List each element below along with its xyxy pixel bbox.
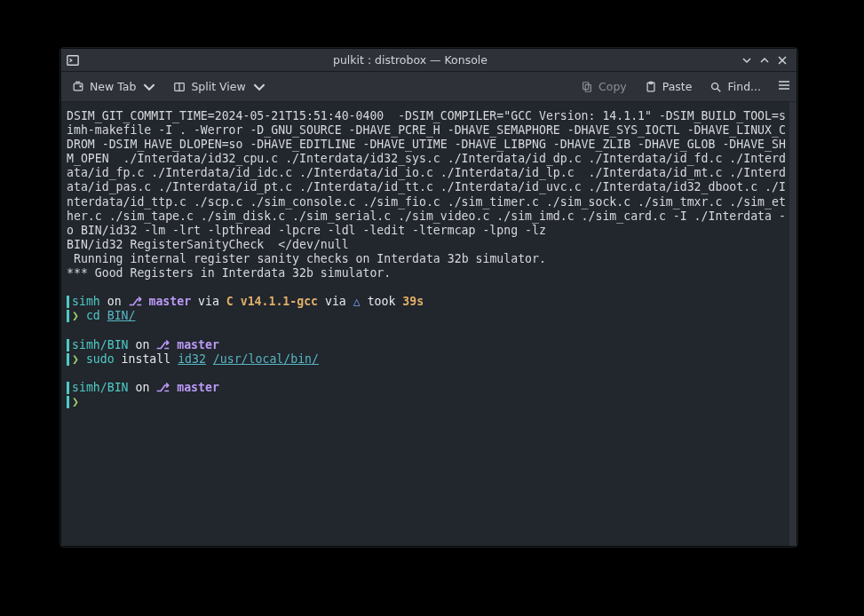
- split-view-button[interactable]: Split View: [168, 76, 270, 97]
- sanity-running: Running internal register sanity checks …: [67, 252, 791, 266]
- chevron-down-icon: [143, 81, 155, 93]
- svg-rect-0: [67, 55, 78, 65]
- window-title: pulkit : distrobox — Konsole: [83, 53, 738, 67]
- prompt-dir: simh/BIN: [72, 381, 129, 394]
- path-arg: id32: [178, 352, 206, 366]
- copy-button[interactable]: Copy: [575, 76, 632, 97]
- compiler-version: C v14.1.1-gcc: [226, 295, 318, 308]
- new-tab-button[interactable]: New Tab: [67, 76, 161, 97]
- git-branch-icon: ⎇: [156, 381, 170, 394]
- paste-label: Paste: [662, 80, 693, 93]
- prompt-dir: simh: [72, 295, 100, 308]
- titlebar: pulkit : distrobox — Konsole: [61, 49, 797, 72]
- triangle-icon: △: [353, 295, 368, 308]
- path-arg: /usr/local/bin/: [213, 352, 319, 366]
- hamburger-menu-button[interactable]: [777, 78, 791, 95]
- git-branch: master: [142, 295, 192, 308]
- sanity-check-cmd: BIN/id32 RegisterSanityCheck </dev/null: [67, 238, 791, 252]
- cmd-line-2: ❯ sudo install id32 /usr/local/bin/: [67, 352, 791, 367]
- svg-rect-1: [74, 83, 83, 91]
- minimize-button[interactable]: [738, 51, 756, 69]
- path-arg: BIN/: [107, 309, 136, 322]
- git-branch: master: [170, 338, 219, 351]
- prompt-symbol: ❯: [72, 309, 86, 322]
- prompt-symbol: ❯: [72, 352, 86, 366]
- paste-button[interactable]: Paste: [639, 76, 698, 97]
- git-branch-icon: ⎇: [129, 295, 142, 308]
- close-button[interactable]: [773, 51, 791, 69]
- toolbar: New Tab Split View Copy Paste: [61, 72, 797, 102]
- app-prompt-icon: [67, 54, 79, 67]
- duration: 39s: [402, 295, 424, 308]
- chevron-down-icon: [253, 81, 266, 93]
- svg-point-7: [712, 83, 718, 89]
- cmd-line-3[interactable]: ❯: [67, 395, 791, 409]
- scrollbar[interactable]: [789, 102, 797, 546]
- prompt-line-2: simh/BIN on ⎇ master: [67, 338, 791, 352]
- copy-label: Copy: [598, 80, 627, 93]
- find-button[interactable]: Find...: [704, 76, 766, 97]
- terminal-area[interactable]: DSIM_GIT_COMMIT_TIME=2024-05-21T15:51:40…: [61, 102, 797, 546]
- compiler-output: DSIM_GIT_COMMIT_TIME=2024-05-21T15:51:40…: [67, 109, 791, 238]
- cmd-line-1: ❯ cd BIN/: [67, 309, 791, 323]
- split-view-label: Split View: [191, 80, 245, 93]
- git-branch-icon: ⎇: [156, 338, 170, 351]
- maximize-button[interactable]: [756, 51, 773, 69]
- prompt-symbol: ❯: [72, 395, 79, 408]
- find-label: Find...: [727, 80, 761, 93]
- sanity-good: *** Good Registers in Interdata 32b simu…: [67, 266, 791, 280]
- prompt-dir: simh/BIN: [72, 338, 129, 351]
- git-branch: master: [170, 381, 219, 394]
- prompt-line-3: simh/BIN on ⎇ master: [67, 381, 791, 395]
- prompt-line-1: simh on ⎇ master via C v14.1.1-gcc via △…: [67, 295, 791, 309]
- konsole-window: pulkit : distrobox — Konsole New Tab Spl…: [60, 48, 797, 547]
- new-tab-label: New Tab: [90, 80, 136, 93]
